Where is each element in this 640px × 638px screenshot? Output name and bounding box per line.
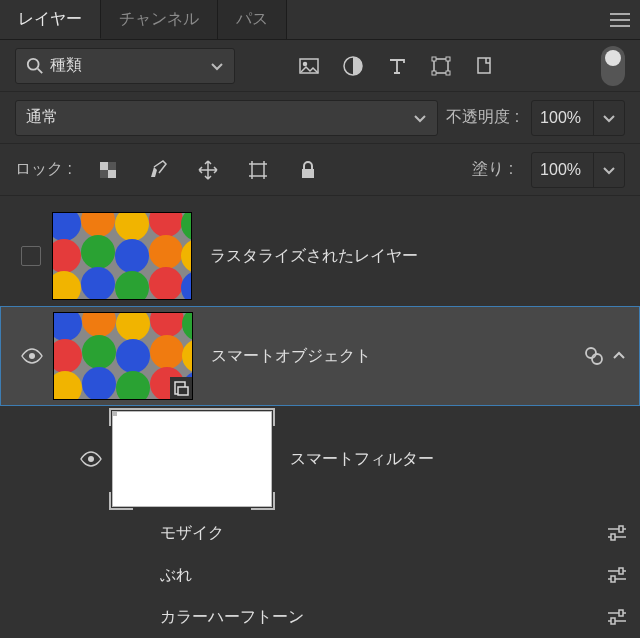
opacity-label: 不透明度 : [446,107,519,128]
lock-label: ロック : [15,159,72,180]
svg-point-19 [586,348,596,358]
smart-object-link-icon[interactable] [579,346,609,366]
svg-point-21 [88,456,94,462]
panel-menu-icon[interactable] [600,13,640,27]
layer-name[interactable]: ラスタライズされたレイヤー [192,246,630,267]
tab-paths[interactable]: パス [218,0,287,39]
svg-rect-24 [619,568,623,574]
visibility-toggle[interactable] [11,347,53,365]
svg-point-20 [592,354,602,364]
blend-mode-dropdown[interactable]: 通常 [15,100,438,136]
filter-settings-icon[interactable] [602,609,632,625]
lock-pixels-icon[interactable] [140,152,176,188]
blend-mode-value: 通常 [26,107,413,128]
smart-filter-label: スマートフィルター [272,449,434,470]
svg-rect-22 [619,526,623,532]
chevron-up-icon [612,349,626,363]
kind-dropdown[interactable]: 種類 [15,48,235,84]
filter-item[interactable]: ぶれ [0,554,640,596]
lock-artboard-icon[interactable] [240,152,276,188]
svg-rect-18 [178,387,188,395]
kind-label: 種類 [50,55,204,76]
svg-point-2 [304,62,307,65]
tab-layers[interactable]: レイヤー [0,0,101,39]
svg-rect-23 [611,534,615,540]
chevron-down-icon [602,163,616,177]
layer-thumbnail[interactable] [53,312,193,400]
svg-point-16 [29,353,35,359]
layer-row[interactable]: スマートオブジェクト [0,306,640,406]
svg-rect-10 [100,162,108,170]
filter-name: カラーハーフトーン [160,607,602,628]
filter-shape-icon[interactable] [423,48,459,84]
opacity-value: 100% [540,109,581,127]
layer-row[interactable]: ラスタライズされたレイヤー [0,206,640,306]
panel-tabs: レイヤー チャンネル パス [0,0,640,40]
fill-label: 塗り : [472,159,513,180]
filter-toggle[interactable] [601,46,625,86]
filter-item[interactable]: カラーハーフトーン [0,596,640,638]
visibility-toggle[interactable] [70,450,112,468]
blend-row: 通常 不透明度 : 100% [0,92,640,144]
svg-rect-14 [252,164,264,176]
filter-name: ぶれ [160,565,602,586]
layer-thumbnail[interactable] [52,212,192,300]
svg-rect-8 [446,71,450,75]
filter-mask-thumbnail[interactable] [112,411,272,507]
lock-position-icon[interactable] [190,152,226,188]
filter-adjust-icon[interactable] [335,48,371,84]
search-icon [26,57,44,75]
svg-rect-25 [611,576,615,582]
eye-icon [80,450,102,468]
lock-row: ロック : 塗り : 100% [0,144,640,196]
filter-row: 種類 [0,40,640,92]
eye-icon [21,347,43,365]
svg-rect-13 [100,170,108,178]
svg-rect-26 [619,610,623,616]
svg-rect-11 [108,170,116,178]
layer-list: ラスタライズされたレイヤー [0,196,640,638]
filter-item[interactable]: モザイク [0,512,640,554]
svg-rect-6 [446,57,450,61]
smart-object-badge-icon [170,377,192,399]
lock-all-icon[interactable] [290,152,326,188]
svg-rect-27 [611,618,615,624]
expand-toggle[interactable] [609,349,629,363]
filter-settings-icon[interactable] [602,525,632,541]
filter-pixel-icon[interactable] [291,48,327,84]
chevron-down-icon [602,111,616,125]
lock-transparency-icon[interactable] [90,152,126,188]
filter-settings-icon[interactable] [602,567,632,583]
visibility-toggle[interactable] [10,246,52,266]
svg-rect-9 [478,58,490,73]
smart-filter-header[interactable]: スマートフィルター [0,406,640,512]
tab-channels[interactable]: チャンネル [101,0,218,39]
layer-name[interactable]: スマートオブジェクト [193,346,579,367]
fill-value: 100% [540,161,581,179]
svg-point-0 [28,58,39,69]
svg-rect-12 [108,162,116,170]
svg-rect-15 [302,169,314,178]
svg-rect-5 [432,57,436,61]
filter-name: モザイク [160,523,602,544]
fill-field[interactable]: 100% [531,152,625,188]
chevron-down-icon [413,111,427,125]
opacity-field[interactable]: 100% [531,100,625,136]
filter-smart-icon[interactable] [467,48,503,84]
chevron-down-icon [210,59,224,73]
svg-rect-7 [432,71,436,75]
filter-type-icon[interactable] [379,48,415,84]
